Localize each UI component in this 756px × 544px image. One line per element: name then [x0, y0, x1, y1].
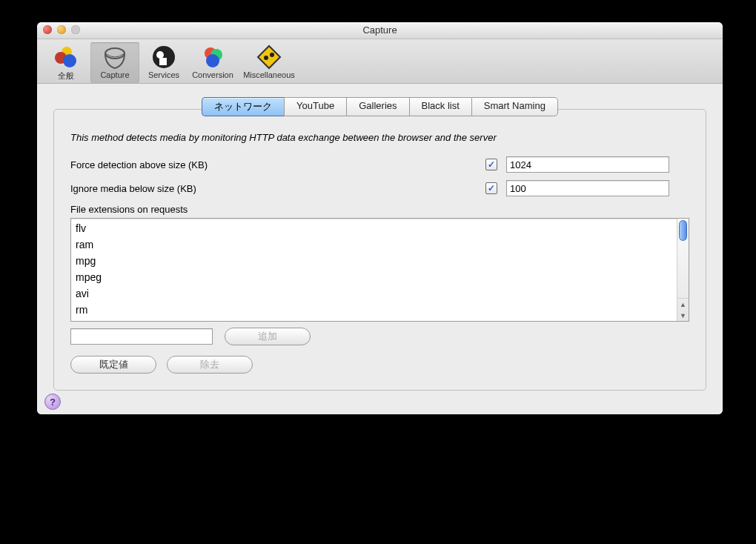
traffic-lights	[43, 25, 80, 34]
button-label: 除去	[200, 359, 219, 370]
list-item[interactable]: rm	[76, 302, 675, 318]
toolbar-label: 全般	[42, 70, 90, 82]
toolbar-item-services[interactable]: Services	[139, 42, 188, 83]
description-text: This method detects media by monitoring …	[70, 132, 689, 143]
svg-rect-6	[159, 58, 167, 65]
close-icon[interactable]	[43, 25, 52, 34]
help-button[interactable]: ?	[44, 394, 61, 410]
check-icon: ✓	[488, 183, 495, 193]
force-detection-row: Force detection above size (KB) ✓	[70, 156, 689, 173]
window-title: Capture	[362, 24, 397, 36]
list-item[interactable]: ram	[76, 236, 675, 253]
minimize-icon[interactable]	[57, 25, 66, 34]
ignore-media-checkbox[interactable]: ✓	[485, 182, 497, 194]
check-icon: ✓	[488, 159, 495, 170]
help-icon: ?	[50, 397, 56, 408]
list-item[interactable]: flv	[76, 220, 675, 236]
force-detection-checkbox[interactable]: ✓	[485, 159, 497, 170]
toolbar: 全般 Capture Services Conversion Miscellan…	[37, 39, 723, 84]
svg-point-2	[63, 54, 76, 67]
toolbar-item-conversion[interactable]: Conversion	[188, 42, 237, 83]
capture-icon	[102, 44, 128, 70]
add-extension-input[interactable]	[70, 328, 213, 345]
force-detection-label: Force detection above size (KB)	[70, 159, 485, 170]
defaults-button[interactable]: 既定値	[70, 356, 156, 374]
toolbar-label: Services	[139, 70, 188, 79]
extensions-list[interactable]: flv ram mpg mpeg avi rm	[70, 218, 689, 322]
svg-point-11	[264, 56, 268, 60]
svg-point-12	[270, 53, 274, 57]
general-icon	[53, 44, 79, 70]
tab-galleries[interactable]: Galleries	[346, 97, 408, 116]
tab-label: Black list	[422, 100, 460, 111]
add-extension-row: 追加	[70, 328, 689, 345]
preferences-window: Capture 全般 Capture Services Conversion	[37, 22, 723, 414]
scroll-down-icon[interactable]: ▼	[677, 310, 689, 321]
toolbar-label: Capture	[90, 70, 139, 79]
toolbar-item-general[interactable]: 全般	[42, 42, 90, 83]
tab-panel: This method detects media by monitoring …	[53, 109, 706, 391]
conversion-icon	[199, 44, 226, 70]
tab-label: Smart Naming	[484, 100, 546, 111]
tab-network[interactable]: ネットワーク	[202, 97, 284, 116]
tab-youtube[interactable]: YouTube	[284, 97, 346, 116]
ignore-media-label: Ignore media below size (KB)	[70, 183, 485, 194]
toolbar-item-capture[interactable]: Capture	[90, 42, 139, 83]
misc-icon	[256, 44, 282, 70]
force-detection-input[interactable]	[506, 156, 669, 173]
svg-point-9	[206, 54, 219, 67]
services-icon	[150, 44, 177, 70]
toolbar-item-misc[interactable]: Miscellaneous	[237, 42, 301, 83]
scrollbar-thumb[interactable]	[679, 220, 687, 241]
tab-smartnaming[interactable]: Smart Naming	[471, 97, 558, 116]
content-area: ネットワーク YouTube Galleries Black list Smar…	[37, 84, 723, 414]
tab-label: YouTube	[296, 100, 334, 111]
button-label: 既定値	[99, 359, 128, 370]
ignore-media-row: Ignore media below size (KB) ✓	[70, 180, 689, 196]
tab-label: ネットワーク	[214, 101, 272, 112]
list-item[interactable]: mpeg	[76, 269, 675, 285]
zoom-icon[interactable]	[71, 25, 80, 34]
svg-marker-10	[258, 46, 280, 68]
titlebar: Capture	[37, 22, 723, 39]
tab-blacklist[interactable]: Black list	[409, 97, 471, 116]
list-item[interactable]: avi	[76, 285, 675, 302]
add-button[interactable]: 追加	[225, 328, 311, 345]
scrollbar[interactable]: ▲ ▼	[677, 219, 689, 321]
extensions-label: File extensions on requests	[70, 204, 689, 215]
buttons-row: 既定値 除去	[70, 356, 689, 374]
tab-label: Galleries	[359, 100, 397, 111]
scroll-arrows: ▲ ▼	[677, 298, 689, 321]
scroll-up-icon[interactable]: ▲	[677, 299, 689, 310]
remove-button[interactable]: 除去	[167, 356, 253, 374]
toolbar-label: Miscellaneous	[237, 70, 301, 79]
svg-point-5	[156, 51, 164, 59]
ignore-media-input[interactable]	[506, 180, 669, 196]
button-label: 追加	[258, 331, 277, 342]
extensions-list-wrap: flv ram mpg mpeg avi rm ▲ ▼	[70, 218, 689, 322]
toolbar-label: Conversion	[188, 70, 237, 79]
tabbar: ネットワーク YouTube Galleries Black list Smar…	[53, 97, 706, 116]
list-item[interactable]: mpg	[76, 253, 675, 269]
